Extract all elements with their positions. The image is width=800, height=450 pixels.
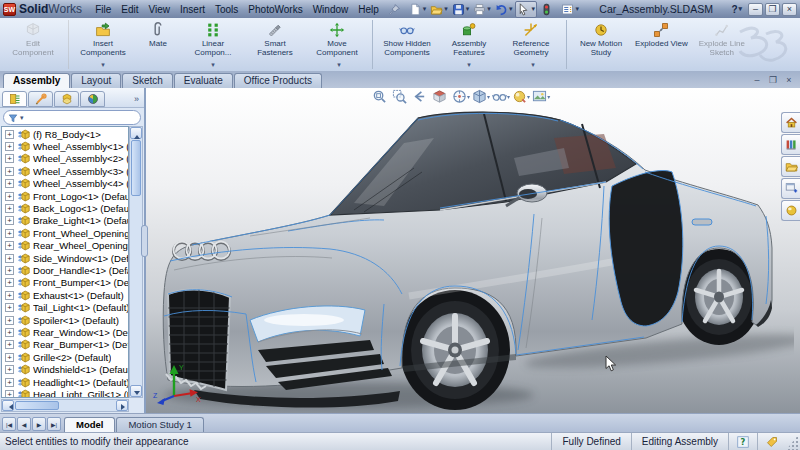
toolbar-button[interactable]: ▾: [515, 1, 537, 18]
view-tool-button[interactable]: ▾: [452, 89, 470, 104]
expand-icon[interactable]: +: [5, 204, 14, 213]
tree-item[interactable]: + Front_Logo<1> (Default): [2, 190, 128, 202]
tree-item[interactable]: + Rear_Wheel_Opening<1>: [2, 240, 128, 252]
expand-icon[interactable]: +: [5, 142, 14, 151]
tree-filter[interactable]: ▾: [3, 110, 141, 125]
tree-horizontal-scrollbar[interactable]: [1, 399, 129, 412]
tree-item[interactable]: + Front_Wheel_Opening<1: [2, 227, 128, 239]
ribbon-button[interactable]: Show Hidden Components ▾: [376, 20, 438, 69]
menu-item[interactable]: Edit: [116, 2, 143, 17]
ribbon-tab[interactable]: Sketch: [122, 73, 173, 88]
expand-icon[interactable]: +: [5, 179, 14, 188]
view-tool-button[interactable]: ▾: [512, 89, 530, 104]
panel-tab[interactable]: [80, 91, 105, 107]
tree-item[interactable]: + Headlight<1> (Default): [2, 376, 128, 388]
expand-icon[interactable]: +: [5, 278, 14, 287]
view-tool-button[interactable]: ▾: [532, 89, 550, 104]
expand-icon[interactable]: +: [5, 154, 14, 163]
toolbar-button[interactable]: ▾: [408, 2, 428, 17]
tab-scroll-button[interactable]: ◀: [17, 417, 31, 431]
tree-vertical-scrollbar[interactable]: [129, 126, 143, 398]
doc-restore-button[interactable]: ❐: [767, 75, 779, 85]
maximize-button[interactable]: ❐: [765, 3, 780, 16]
toolbar-button[interactable]: ▾: [539, 2, 559, 17]
expand-icon[interactable]: +: [5, 254, 14, 263]
door-handle[interactable]: [692, 219, 712, 225]
menu-item[interactable]: View: [143, 2, 175, 17]
front-wheel[interactable]: [400, 290, 510, 410]
view-tool-button[interactable]: ▾: [472, 89, 490, 104]
ribbon-button[interactable]: Insert Components ▾: [72, 20, 134, 69]
view-tool-button[interactable]: ▾: [372, 89, 390, 104]
tree-item[interactable]: + Head_Light_Grill<1> (Defa: [2, 388, 128, 398]
expand-icon[interactable]: +: [5, 340, 14, 349]
expand-icon[interactable]: +: [5, 378, 14, 387]
ribbon-button[interactable]: Smart Fasteners ▾: [244, 20, 306, 69]
expand-icon[interactable]: +: [5, 192, 14, 201]
toolbar-button[interactable]: ▾: [494, 2, 514, 17]
doc-close-button[interactable]: ×: [783, 75, 795, 85]
ribbon-button[interactable]: Linear Compon... ▾: [182, 20, 244, 69]
ribbon-button[interactable]: Edit Component ▾: [2, 20, 69, 69]
status-icon-cell[interactable]: [757, 433, 786, 450]
scroll-up-arrow[interactable]: [130, 127, 142, 139]
car-model-audi-r8[interactable]: [154, 98, 794, 413]
tree-item[interactable]: + Exhaust<1> (Default): [2, 289, 128, 301]
ribbon-button[interactable]: Reference Geometry ▾: [500, 20, 567, 69]
ribbon-tab[interactable]: Office Products: [234, 73, 322, 88]
expand-icon[interactable]: +: [5, 229, 14, 238]
tab-model[interactable]: Model: [64, 417, 115, 432]
toolbar-button[interactable]: ▾: [560, 2, 580, 17]
taskpane-tab[interactable]: [781, 156, 800, 177]
tab-scroll-button[interactable]: |◀: [2, 417, 16, 431]
tree-item[interactable]: + Spoiler<1> (Default): [2, 314, 128, 326]
tree-item[interactable]: + Side_Window<1> (Default: [2, 252, 128, 264]
close-button[interactable]: ×: [782, 3, 797, 16]
minimize-button[interactable]: –: [748, 3, 763, 16]
view-tool-button[interactable]: ▾: [432, 89, 450, 104]
tab-scroll-button[interactable]: ▶: [32, 417, 46, 431]
panel-tab[interactable]: [28, 91, 53, 107]
ribbon-button[interactable]: Mate ▾: [134, 20, 182, 69]
graphics-viewport[interactable]: ▾ ▾ ▾ ▾ ▾: [146, 88, 800, 413]
panel-tab[interactable]: [2, 91, 27, 107]
ribbon-tab[interactable]: Assembly: [3, 73, 70, 88]
doc-minimize-button[interactable]: –: [751, 75, 763, 85]
tree-item[interactable]: + Grille<2> (Default): [2, 351, 128, 363]
expand-icon[interactable]: +: [5, 167, 14, 176]
tree-item[interactable]: + Back_Logo<1> (Default): [2, 202, 128, 214]
menu-item[interactable]: PhotoWorks: [243, 2, 307, 17]
tree-item[interactable]: + Wheel_Assembly<3> (Fro: [2, 165, 128, 177]
toolbar-button[interactable]: ▾: [451, 2, 471, 17]
tree-item[interactable]: + Wheel_Assembly<2> (Rea: [2, 153, 128, 165]
taskpane-tab[interactable]: [781, 178, 800, 199]
status-icon-cell[interactable]: ?: [728, 433, 757, 450]
toolbar-button[interactable]: ▾: [472, 2, 492, 17]
expand-icon[interactable]: +: [5, 353, 14, 362]
taskpane-tab[interactable]: [781, 112, 800, 133]
ribbon-tab[interactable]: Layout: [71, 73, 121, 88]
expand-icon[interactable]: +: [5, 316, 14, 325]
toolbar-button[interactable]: ▾: [429, 2, 449, 17]
tree-item[interactable]: + Door_Handle<1> (Default: [2, 264, 128, 276]
panel-tabs-overflow[interactable]: »: [131, 94, 142, 104]
scroll-down-arrow[interactable]: [130, 385, 142, 397]
expand-icon[interactable]: +: [5, 266, 14, 275]
tree-item[interactable]: + (f) R8_Body<1>: [2, 128, 128, 140]
tree-item[interactable]: + Brake_Light<1> (Default): [2, 215, 128, 227]
tree-item[interactable]: + Wheel_Assembly<4> (Rea: [2, 178, 128, 190]
ribbon-button[interactable]: Assembly Features ▾: [438, 20, 500, 69]
scroll-right-arrow[interactable]: [116, 400, 128, 411]
tree-item[interactable]: + Front_Bumper<1> (Defau: [2, 277, 128, 289]
scroll-thumb[interactable]: [131, 140, 141, 196]
help-button[interactable]: ?▾: [731, 4, 742, 15]
view-tool-button[interactable]: ▾: [492, 89, 510, 104]
view-tool-button[interactable]: ▾: [392, 89, 410, 104]
menu-item[interactable]: Help: [353, 2, 384, 17]
expand-icon[interactable]: +: [5, 241, 14, 250]
tree-item[interactable]: + Rear_Bumper<1> (Defaul: [2, 339, 128, 351]
view-tool-button[interactable]: ▾: [412, 89, 430, 104]
menu-item[interactable]: Tools: [210, 2, 243, 17]
expand-icon[interactable]: +: [5, 291, 14, 300]
taskpane-tab[interactable]: [781, 134, 800, 155]
